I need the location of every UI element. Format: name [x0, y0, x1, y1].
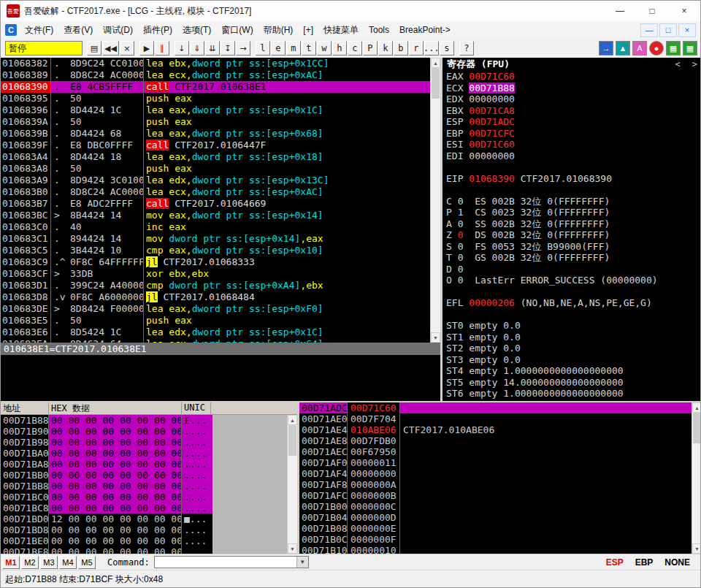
stack-row[interactable]: 00D71AE800D7FDB0	[299, 435, 692, 446]
plugin-icon-teal[interactable]: ▲	[616, 41, 630, 56]
window-minimize-button[interactable]: —	[604, 1, 636, 21]
tab-m5[interactable]: M5	[78, 556, 96, 569]
disasm-row[interactable]: 0106839B.8D4424 68lea eax,dword ptr ss:[…	[1, 128, 430, 140]
register-line[interactable]: Z 0 DS 002B 32位 0(FFFFFFFF)	[443, 229, 701, 241]
window-maximize-button[interactable]: □	[636, 1, 668, 21]
toggle-field-ebp[interactable]: EBP	[635, 557, 654, 568]
dump-row[interactable]: 00D71BA800 00 00 00 00 00 00 00....	[1, 459, 212, 470]
open-file-button[interactable]: ▤	[87, 41, 101, 56]
register-line[interactable]: O 0 LastErr ERROR_SUCCESS (00000000)	[443, 275, 701, 286]
step-into-button[interactable]: ↓	[175, 41, 189, 56]
disasm-row[interactable]: 010683C0.40inc eax	[1, 221, 430, 233]
menu-item-4[interactable]: 插件(P)	[138, 21, 177, 39]
disassembly-scrollbar[interactable]: ▲▼	[430, 58, 440, 343]
plugin-icon-red-dot[interactable]: ●	[649, 41, 664, 56]
view-threads-button[interactable]: t	[302, 41, 316, 56]
menu-item-3[interactable]: 调试(D)	[98, 21, 138, 39]
dump-row[interactable]: 00D71BB800 00 00 00 00 00 00 00....	[1, 481, 212, 492]
stack-row[interactable]: 00D71AF000000011	[299, 457, 692, 468]
register-line[interactable]	[443, 161, 701, 173]
register-line[interactable]: ECX 00D71B88	[443, 83, 701, 94]
register-line[interactable]: ST4 empty 1.0000000000000000000	[443, 365, 701, 377]
disasm-row[interactable]: 010683D8.v0F8C A6000000jl CTF2017.010684…	[1, 291, 430, 303]
register-line[interactable]: ESP 00D71ADC	[443, 116, 701, 128]
menu-item-5[interactable]: 选项(T)	[177, 21, 216, 39]
view-windows-button[interactable]: w	[317, 41, 332, 56]
menu-item-2[interactable]: 查看(V)	[58, 21, 98, 39]
animate-over-button[interactable]: ↧	[221, 41, 235, 56]
dump-scrollbar-thumb[interactable]	[288, 425, 296, 456]
view-cpu-button[interactable]: c	[348, 41, 362, 56]
dump-row[interactable]: 00D71BB000 00 00 00 00 00 00 00....	[1, 470, 212, 481]
menu-item-9[interactable]: 快捷菜单	[318, 21, 364, 39]
menu-item-10[interactable]: Tools	[364, 21, 394, 39]
dump-header-address[interactable]: 地址	[1, 402, 49, 414]
stack-row[interactable]: 00D71B1000000010	[299, 545, 692, 554]
window-close-button[interactable]: ×	[668, 1, 700, 21]
menu-item-8[interactable]: [+]	[298, 21, 318, 39]
disasm-row[interactable]: 01068390.E8 4CB5FFFFcall CTF2017.010638E…	[1, 81, 430, 93]
stack-row[interactable]: 00D71B0C0000000F	[299, 534, 692, 545]
disasm-row[interactable]: 010683A8.50push eax	[1, 163, 430, 175]
view-references-button[interactable]: r	[409, 41, 424, 56]
stack-scrollbar[interactable]: ▲▼	[692, 402, 701, 554]
register-line[interactable]: ST0 empty 0.0	[443, 320, 701, 332]
register-line[interactable]	[443, 184, 701, 196]
dump-row[interactable]: 00D71B8800 00 00 00 00 00 00 00£...	[1, 415, 212, 426]
stack-row[interactable]: 00D71AE000D7F704	[299, 413, 692, 424]
child-close-button[interactable]: ×	[678, 23, 696, 37]
register-line[interactable]: D 0	[443, 264, 701, 275]
dump-scrollbar-down-icon[interactable]: ▼	[288, 543, 297, 554]
register-line[interactable]: EIP 01068390 CTF2017.01068390	[443, 173, 701, 185]
registers-scroll-right-icon[interactable]: >	[692, 59, 697, 69]
execute-till-return-button[interactable]: →	[236, 41, 250, 56]
stack-row[interactable]: 00D71B000000000C	[299, 501, 692, 512]
register-line[interactable]: ST5 empty 14.000000000000000000	[443, 377, 701, 389]
disasm-row[interactable]: 010683C9.^0F8C 64FFFFFFjl CTF2017.010683…	[1, 256, 430, 268]
disasm-row[interactable]: 010683DE>8D8424 F0000000lea eax,dword pt…	[1, 303, 430, 315]
disasm-scrollbar-up-icon[interactable]: ▲	[431, 58, 440, 68]
child-restore-button[interactable]: □	[659, 23, 677, 37]
stack-row[interactable]: 00D71AF80000000A	[299, 479, 692, 490]
dump-scrollbar-up-icon[interactable]: ▲	[288, 415, 297, 425]
disasm-row[interactable]: 010683C5.3B4424 10cmp eax,dword ptr ss:[…	[1, 245, 430, 256]
dump-row[interactable]: 00D71BA000 00 00 00 00 00 00 00....	[1, 448, 212, 459]
disasm-row[interactable]: 01068382.8D9C24 CC010000lea ebx,dword pt…	[1, 58, 430, 69]
dump-row[interactable]: 00D71BD012 00 00 00 00 00 00 00■...	[1, 513, 212, 524]
disasm-row[interactable]: 010683B7.E8 ADC2FFFFcall CTF2017.0106466…	[1, 198, 430, 210]
stack-row[interactable]: 00D71AE4010ABE06CTF2017.010ABE06	[299, 424, 692, 435]
menu-item-11[interactable]: BreakPoint->	[394, 21, 456, 39]
animate-into-button[interactable]: ⇊	[205, 41, 220, 56]
disasm-row[interactable]: 010683A4.8D4424 18lea eax,dword ptr ss:[…	[1, 151, 430, 163]
disasm-scrollbar-thumb[interactable]	[432, 68, 440, 99]
stack-row[interactable]: 00D71AFC0000000B	[299, 490, 692, 501]
command-input[interactable]: ▼	[154, 556, 309, 568]
disasm-row[interactable]: 010683C1.894424 14mov dword ptr ss:[esp+…	[1, 233, 430, 245]
disasm-row[interactable]: 010683D1.399C24 A4000000cmp dword ptr ss…	[1, 280, 430, 291]
menu-item-1[interactable]: 文件(F)	[20, 21, 58, 39]
dump-header-unicode[interactable]: UNIC	[182, 402, 211, 414]
register-line[interactable]: ST3 empty 0.0	[443, 354, 701, 366]
register-line[interactable]: A 0 SS 002B 32位 0(FFFFFFFF)	[443, 218, 701, 230]
disasm-row[interactable]: 0106839F.E8 DBC0FFFFcall CTF2017.0106447…	[1, 140, 430, 151]
view-handles-button[interactable]: h	[332, 41, 347, 56]
view-run-trace-button[interactable]: ...	[424, 41, 439, 56]
stack-row[interactable]: 00D71B080000000E	[299, 523, 692, 534]
disasm-row[interactable]: 010683E5.50push eax	[1, 315, 430, 327]
menu-item-6[interactable]: 窗口(W)	[216, 21, 258, 39]
register-line[interactable]: EBX 00D71CA8	[443, 105, 701, 117]
stack-row[interactable]: 00D71ADC00D71C60	[299, 402, 692, 413]
disasm-row[interactable]: 01068389.8D8C24 AC000000lea ecx,dword pt…	[1, 69, 430, 81]
register-line[interactable]	[443, 286, 701, 298]
command-dropdown-icon[interactable]: ▼	[296, 557, 308, 568]
plugin-icon-blue-arrow[interactable]: →	[599, 41, 613, 56]
pause-button[interactable]: ∥	[155, 41, 169, 56]
toggle-field-esp[interactable]: ESP	[606, 557, 624, 568]
tab-m2[interactable]: M2	[21, 556, 39, 569]
disasm-row[interactable]: 0106839A.50push eax	[1, 116, 430, 128]
disasm-row[interactable]: 01068396.8D4424 1Clea eax,dword ptr ss:[…	[1, 104, 430, 116]
register-line[interactable]: EAX 00D71C60	[443, 71, 701, 83]
tab-m3[interactable]: M3	[40, 556, 58, 569]
dump-row[interactable]: 00D71BC800 00 00 00 00 00 00 00....	[1, 503, 212, 513]
help-button[interactable]: ?	[459, 41, 474, 56]
